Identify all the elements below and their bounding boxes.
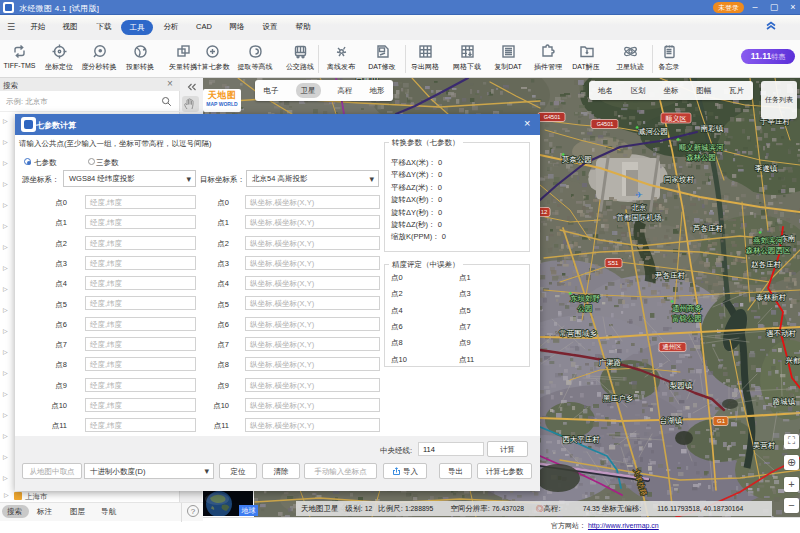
svg-text:赵各庄村: 赵各庄村 <box>751 260 782 269</box>
svg-text:顺义新城滨河: 顺义新城滨河 <box>679 143 725 152</box>
svg-text:森林公园西区: 森林公园西区 <box>746 246 792 255</box>
svg-text:顺义区: 顺义区 <box>665 115 687 123</box>
svg-text:梨园镇: 梨园镇 <box>670 381 693 390</box>
svg-text:莫奈公园: 莫奈公园 <box>562 155 592 164</box>
svg-text:台湖镇: 台湖镇 <box>660 416 683 425</box>
svg-text:燕郊滨河: 燕郊滨河 <box>753 236 784 245</box>
svg-text:通州区: 通州区 <box>662 343 682 350</box>
svg-text:路城镇: 路城镇 <box>773 397 796 406</box>
svg-text:吴营村: 吴营村 <box>753 441 776 450</box>
svg-text:G4501: G4501 <box>544 114 561 120</box>
svg-text:东坝郊野: 东坝郊野 <box>570 294 601 303</box>
svg-text:S51: S51 <box>608 260 619 266</box>
svg-text:减河公园: 减河公园 <box>638 127 668 136</box>
svg-text:遇不动村: 遇不动村 <box>766 329 797 338</box>
svg-text:通州商务: 通州商务 <box>672 304 703 313</box>
svg-text:南彩镇: 南彩镇 <box>700 124 724 133</box>
svg-text:泰林新村: 泰林新村 <box>756 293 787 302</box>
svg-text:西大平庄村: 西大平庄村 <box>562 435 600 444</box>
svg-text:G4501: G4501 <box>597 121 614 127</box>
svg-text:12: 12 <box>541 209 548 215</box>
svg-text:芦各庄村: 芦各庄村 <box>693 224 724 233</box>
svg-text:富锦公园: 富锦公园 <box>672 314 702 323</box>
svg-text:公园: 公园 <box>578 304 593 313</box>
svg-text:李遂镇: 李遂镇 <box>755 164 778 173</box>
svg-text:首都国际机场: 首都国际机场 <box>617 213 662 222</box>
svg-text:森林公园: 森林公园 <box>686 153 716 162</box>
svg-text:广渠路: 广渠路 <box>599 358 622 367</box>
svg-text:G1: G1 <box>717 418 726 424</box>
svg-text:闫家坟村: 闫家坟村 <box>664 175 695 184</box>
svg-text:黑庄户乡: 黑庄户乡 <box>603 394 634 403</box>
svg-text:✈: ✈ <box>635 190 643 200</box>
svg-text:北京: 北京 <box>632 203 648 212</box>
svg-text:常营围域乡: 常营围域乡 <box>559 329 597 338</box>
svg-text:尹各庄村: 尹各庄村 <box>654 271 686 280</box>
svg-text:兴都: 兴都 <box>786 356 800 365</box>
